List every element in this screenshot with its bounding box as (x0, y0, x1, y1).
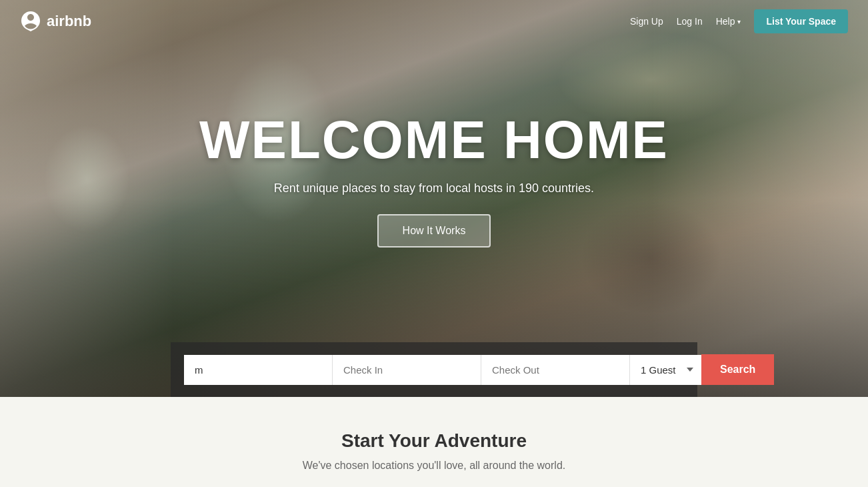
how-it-works-button[interactable]: How It Works (377, 214, 491, 248)
help-label: Help (716, 16, 735, 27)
hero-title: WELCOME HOME (199, 109, 669, 171)
logo-text: airbnb (47, 13, 91, 30)
logo[interactable]: airbnb (20, 11, 91, 32)
adventure-title: Start Your Adventure (20, 430, 848, 452)
search-bar: 1 Guest 2 Guests 3 Guests 4 Guests 5 Gue… (171, 342, 697, 397)
navbar: airbnb Sign Up Log In Help ▾ List Your S… (0, 0, 868, 43)
guests-select[interactable]: 1 Guest 2 Guests 3 Guests 4 Guests 5 Gue… (629, 355, 701, 385)
hero-subtitle: Rent unique places to stay from local ho… (274, 181, 594, 195)
hero-section: airbnb Sign Up Log In Help ▾ List Your S… (0, 0, 868, 397)
signup-link[interactable]: Sign Up (630, 16, 663, 27)
adventure-subtitle: We've chosen locations you'll love, all … (20, 460, 848, 472)
search-button[interactable]: Search (701, 354, 774, 385)
adventure-section: Start Your Adventure We've chosen locati… (0, 397, 868, 487)
navbar-actions: Sign Up Log In Help ▾ List Your Space (630, 9, 848, 33)
hero-content: WELCOME HOME Rent unique places to stay … (0, 0, 868, 397)
airbnb-logo-icon (20, 11, 41, 32)
checkin-input[interactable] (332, 355, 481, 385)
checkout-input[interactable] (481, 355, 629, 385)
location-input[interactable] (184, 355, 332, 385)
list-space-button[interactable]: List Your Space (754, 9, 848, 33)
login-link[interactable]: Log In (677, 16, 703, 27)
help-dropdown[interactable]: Help ▾ (716, 16, 741, 27)
chevron-down-icon: ▾ (737, 18, 741, 25)
